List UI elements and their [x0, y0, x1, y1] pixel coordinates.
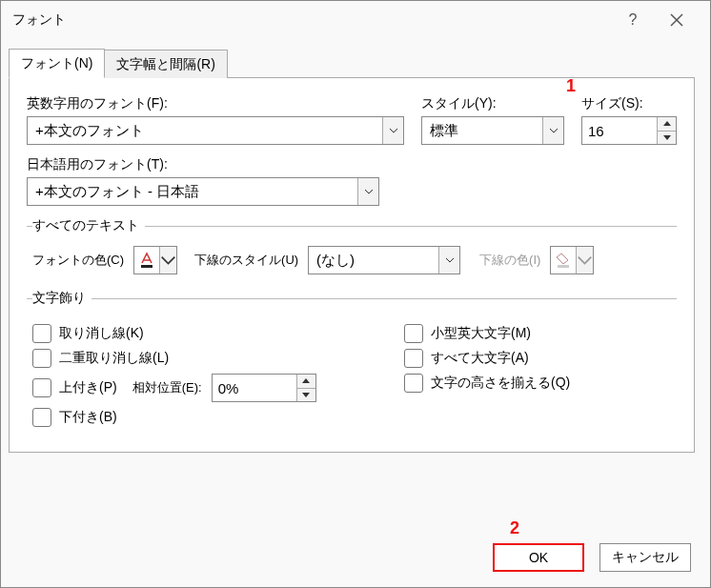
check-all-caps[interactable]: すべて大文字(A): [404, 349, 671, 368]
tabs: フォント(N) 文字幅と間隔(R): [9, 49, 695, 78]
style-label: スタイル(Y):: [421, 95, 564, 112]
style-value: 標準: [422, 117, 542, 144]
check-strike[interactable]: 取り消し線(K): [32, 324, 366, 343]
check-subscript[interactable]: 下付き(B): [32, 408, 366, 427]
relpos-input[interactable]: 0%: [212, 374, 316, 402]
cancel-button-label: キャンセル: [612, 549, 679, 566]
check-superscript-label: 上付き(P): [59, 379, 117, 396]
help-button[interactable]: ?: [611, 1, 655, 39]
all-text-legend: すべてのテキスト: [32, 217, 145, 234]
tab-spacing[interactable]: 文字幅と間隔(R): [104, 50, 227, 78]
ok-button[interactable]: OK: [493, 543, 584, 572]
font-color-button[interactable]: [133, 246, 177, 274]
dialog-buttons: 2 OK キャンセル: [1, 524, 710, 587]
size-value: 16: [582, 117, 657, 144]
underline-style-value: (なし): [309, 247, 438, 274]
font-color-label: フォントの色(C): [32, 252, 124, 269]
spin-down-icon[interactable]: [658, 132, 676, 145]
underline-color-icon: [551, 247, 576, 274]
check-subscript-label: 下付き(B): [59, 409, 117, 426]
all-text-group: すべてのテキスト フォントの色(C) 下線のスタイル(U) (なし) 下線の: [27, 217, 677, 278]
underline-style-combo[interactable]: (なし): [308, 246, 460, 274]
underline-style-label: 下線のスタイル(U): [194, 252, 298, 269]
tab-spacing-label: 文字幅と間隔(R): [116, 56, 214, 71]
underline-color-label: 下線の色(I): [479, 252, 540, 269]
spin-up-icon[interactable]: [658, 117, 676, 132]
size-spinner[interactable]: [657, 117, 676, 144]
effects-legend: 文字飾り: [32, 290, 91, 307]
latin-font-value: +本文のフォント: [28, 117, 382, 144]
style-combo[interactable]: 標準: [421, 116, 564, 145]
close-button[interactable]: [655, 1, 699, 39]
chevron-down-icon: [576, 247, 593, 274]
callout-2: 2: [510, 518, 519, 538]
svg-rect-6: [558, 265, 569, 268]
effects-group: 文字飾り 取り消し線(K) 二重取り消し線(L) 上付き(P) 相対位置(E):…: [27, 290, 677, 436]
font-dialog: フォント ? フォント(N) 文字幅と間隔(R) 英数字用のフォント(F): +…: [0, 0, 711, 588]
svg-rect-5: [141, 265, 152, 268]
check-strike-label: 取り消し線(K): [59, 325, 144, 342]
asian-font-value: +本文のフォント - 日本語: [28, 178, 357, 205]
cancel-button[interactable]: キャンセル: [599, 543, 691, 572]
content: フォント(N) 文字幅と間隔(R) 英数字用のフォント(F): +本文のフォント…: [1, 39, 710, 524]
relpos-value: 0%: [213, 375, 296, 401]
relpos-label: 相対位置(E):: [132, 379, 202, 396]
underline-color-button[interactable]: [550, 246, 594, 274]
spin-up-icon[interactable]: [297, 375, 315, 389]
check-equalize[interactable]: 文字の高さを揃える(Q): [404, 374, 671, 393]
relpos-spinner[interactable]: [296, 375, 315, 401]
font-color-icon: [134, 247, 159, 274]
svg-marker-3: [663, 135, 671, 140]
check-equalize-label: 文字の高さを揃える(Q): [431, 375, 570, 392]
check-double-strike[interactable]: 二重取り消し線(L): [32, 349, 366, 368]
check-double-strike-label: 二重取り消し線(L): [59, 350, 169, 367]
chevron-down-icon: [542, 117, 563, 144]
asian-font-combo[interactable]: +本文のフォント - 日本語: [27, 177, 379, 206]
chevron-down-icon: [159, 247, 176, 274]
chevron-down-icon: [382, 117, 403, 144]
font-pane: 英数字用のフォント(F): +本文のフォント スタイル(Y): 標準 1 サイズ: [9, 78, 695, 453]
check-small-caps[interactable]: 小型英大文字(M): [404, 324, 671, 343]
titlebar: フォント ?: [1, 1, 710, 39]
window-title: フォント: [12, 11, 611, 29]
tab-font-label: フォント(N): [21, 55, 92, 71]
latin-font-combo[interactable]: +本文のフォント: [27, 116, 404, 145]
ok-button-label: OK: [529, 550, 548, 565]
callout-1: 1: [566, 76, 576, 96]
asian-font-label: 日本語用のフォント(T):: [27, 156, 677, 173]
latin-font-label: 英数字用のフォント(F):: [27, 95, 404, 112]
check-small-caps-label: 小型英大文字(M): [431, 325, 531, 342]
size-input[interactable]: 16: [581, 116, 677, 145]
chevron-down-icon: [438, 247, 459, 274]
svg-marker-2: [663, 121, 671, 126]
spin-down-icon[interactable]: [297, 389, 315, 402]
svg-marker-8: [302, 393, 310, 397]
svg-marker-7: [302, 378, 310, 383]
chevron-down-icon: [357, 178, 378, 205]
size-label: サイズ(S):: [581, 95, 677, 112]
tab-font[interactable]: フォント(N): [9, 49, 105, 78]
check-superscript[interactable]: 上付き(P): [32, 378, 117, 397]
check-all-caps-label: すべて大文字(A): [431, 350, 529, 367]
